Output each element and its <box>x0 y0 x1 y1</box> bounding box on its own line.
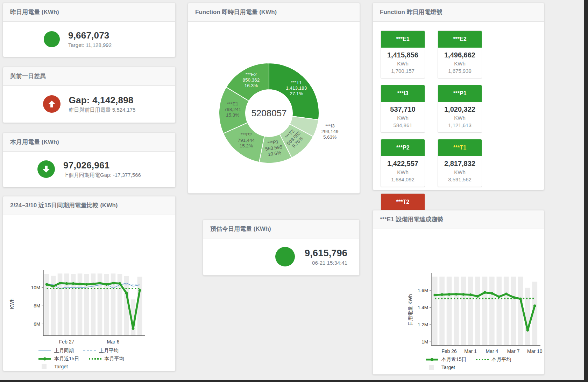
donut-chart[interactable]: ***T11,413,18327.1%***I3293,1495.63%***T… <box>188 21 360 193</box>
y-axis-label: 日用電量 KWh <box>408 294 413 326</box>
y-tick-label: 1.6M <box>418 288 428 293</box>
x-tick-label: Mar 10 <box>527 348 543 354</box>
y-tick-label: 10M <box>31 285 40 290</box>
y-tick-label: 1.2M <box>418 322 428 327</box>
tile-unit: KWh <box>439 61 480 67</box>
tile-value: 1,415,856 <box>382 51 423 59</box>
target-bar <box>511 277 516 345</box>
y-axis-label: KWh <box>9 298 15 309</box>
tile-label: ***E1 <box>381 31 425 48</box>
legend-item-target[interactable]: Target <box>425 364 455 370</box>
tile-label: ***I3 <box>381 85 425 102</box>
tile-label: ***P1 <box>438 85 482 102</box>
target-bar <box>525 288 530 345</box>
target-bar <box>489 277 495 345</box>
tile-value: 1,020,322 <box>439 105 480 113</box>
card-15day-comparison: 2/24~3/10 近15日同期用電量比較 (KWh) 6M8M10MFeb 2… <box>3 196 176 371</box>
target-bar <box>447 277 452 345</box>
target-bar <box>461 277 466 345</box>
target-bar <box>137 277 142 336</box>
tile-unit: KWh <box>382 115 423 121</box>
card-title: 本月用電量 (KWh) <box>3 133 175 152</box>
card-prev-day-gap: 與前一日差異 Gap: 4,142,898 昨日與前日用電量 5,524,175 <box>3 67 176 123</box>
status-circle-icon <box>44 31 60 47</box>
target-bar <box>468 277 473 345</box>
card-title: 預估今日用電量 (KWh) <box>203 220 359 238</box>
legend-item[interactable]: 本月平均 <box>88 356 124 362</box>
tile-label: ***T2 <box>381 194 425 210</box>
tile-unit: KWh <box>382 61 423 67</box>
target-bar <box>454 277 459 345</box>
card-month-usage: 本月用電量 (KWh) 97,026,961 上個月同期用電Gap: -17,3… <box>3 133 176 187</box>
tile-label: ***P2 <box>381 139 425 156</box>
tile-target: 584,861 <box>382 122 423 128</box>
target-bar <box>504 277 509 345</box>
target-bar <box>482 277 488 345</box>
x-tick-label: Mar 1 <box>464 348 477 354</box>
x-tick-label: Feb 27 <box>59 339 75 345</box>
tile-target: 1,675,939 <box>439 68 480 74</box>
kpi-value: 9,615,796 <box>305 248 347 259</box>
scrollbar-horizontal[interactable] <box>0 380 588 382</box>
kpi-value: 9,667,073 <box>68 30 135 41</box>
tile-unit: KWh <box>439 169 480 175</box>
card-title: 昨日用電量 (KWh) <box>3 3 175 22</box>
card-realtime-donut: Function 即時日用電量 (KWh) ***T11,413,18327.1… <box>188 3 360 194</box>
card-title: ***E1 設備用電達成趨勢 <box>373 210 544 229</box>
tile-target: 3,591,562 <box>439 176 480 182</box>
legend-item[interactable]: 本月近15日 <box>425 356 467 363</box>
legend-item[interactable]: 本月平均 <box>476 356 511 363</box>
y-tick-label: 8M <box>34 303 40 308</box>
arrow-down-icon <box>37 160 55 178</box>
arrow-up-icon <box>43 95 61 113</box>
target-bar <box>432 277 438 345</box>
legend-item[interactable]: 上月同期 <box>38 348 74 354</box>
kpi-subtitle: Target: 11,128,992 <box>68 42 135 48</box>
card-yesterday-usage: 昨日用電量 (KWh) 9,667,073 Target: 11,128,992 <box>3 3 176 57</box>
kpi-subtitle: 昨日與前日用電量 5,524,175 <box>69 107 136 113</box>
legend-item[interactable]: 上月平均 <box>83 348 119 354</box>
tile-target: 1,121,613 <box>439 122 480 128</box>
target-bar <box>496 277 502 345</box>
donut-center-value: 5208057 <box>251 108 286 118</box>
status-tile: ***P11,020,322KWh1,121,613 <box>438 85 482 133</box>
card-status-lights: Function 昨日用電燈號 ***E11,415,856KWh1,700,1… <box>373 3 544 190</box>
status-circle-icon <box>275 247 295 266</box>
legend-item-target[interactable]: Target <box>38 364 68 369</box>
legend-item[interactable]: 本月近15日 <box>38 356 79 362</box>
donut-slice-label: ***I3293,1495.63% <box>321 123 339 140</box>
card-estimate-today: 預估今日用電量 (KWh) 9,615,796 06-21 15:34:41 <box>203 220 360 276</box>
kpi-value: 97,026,961 <box>63 160 141 171</box>
status-tile: ***E21,496,662KWh1,675,939 <box>438 30 482 78</box>
tile-value: 2,817,832 <box>439 160 480 168</box>
tile-unit: KWh <box>439 115 480 121</box>
status-tile: ***T12,817,832KWh3,591,562 <box>438 139 482 187</box>
target-bar <box>439 277 445 345</box>
card-e1-trend: ***E1 設備用電達成趨勢 1M1.2M1.4M1.6MFeb 26Mar 1… <box>373 210 544 375</box>
status-tile: ***E11,415,856KWh1,700,157 <box>381 30 425 78</box>
tile-value: 1,496,662 <box>439 51 480 59</box>
kpi-timestamp: 06-21 15:34:41 <box>305 260 347 266</box>
scrollbar-vertical[interactable] <box>584 0 588 382</box>
x-tick-label: Feb 26 <box>441 348 457 354</box>
comparison-chart[interactable]: 6M8M10MFeb 27Mar 6KWh 上月同期上月平均本月近15日本月平均… <box>3 215 175 371</box>
tile-label: ***E2 <box>438 31 482 48</box>
tile-value: 1,422,557 <box>382 160 423 168</box>
status-tile-grid: ***E11,415,856KWh1,700,157***E21,496,662… <box>373 21 544 190</box>
tile-value: 537,710 <box>382 105 423 113</box>
tile-target: 1,700,157 <box>382 68 423 74</box>
target-bar <box>475 277 480 345</box>
tile-target: 1,684,092 <box>382 176 423 182</box>
kpi-subtitle: 上個月同期用電Gap: -17,377,566 <box>63 172 141 179</box>
status-tile: ***P21,422,557KWh1,684,092 <box>381 139 425 187</box>
x-tick-label: Mar 4 <box>486 348 498 354</box>
y-tick-label: 1.4M <box>418 305 428 310</box>
card-title: Function 昨日用電燈號 <box>373 3 544 22</box>
card-title: 2/24~3/10 近15日同期用電量比較 (KWh) <box>3 196 175 215</box>
card-title: Function 即時日用電量 (KWh) <box>188 3 360 22</box>
card-title: 與前一日差異 <box>3 67 175 86</box>
tile-unit: KWh <box>382 169 423 175</box>
y-tick-label: 1M <box>421 339 428 345</box>
trend-chart[interactable]: 1M1.2M1.4M1.6MFeb 26Mar 1Mar 4Mar 7Mar 1… <box>373 229 544 374</box>
x-tick-label: Mar 6 <box>107 339 120 345</box>
